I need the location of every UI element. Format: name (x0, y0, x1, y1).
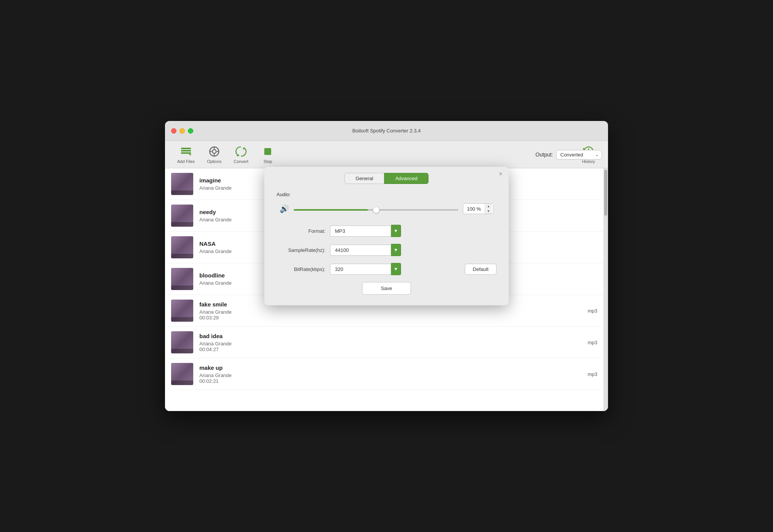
samplerate-select-wrapper: 44100 22050 48000 ▼ (330, 244, 401, 256)
song-title: bad idea (199, 333, 576, 339)
svg-rect-12 (264, 148, 271, 155)
output-select[interactable]: Converted (556, 150, 602, 160)
song-thumbnail (171, 236, 193, 258)
song-format: mp3 (582, 371, 597, 377)
samplerate-row: SampleRate(hz): 44100 22050 48000 ▼ (277, 244, 496, 256)
titlebar: Boilsoft Spotify Converter 2.3.4 (165, 121, 608, 141)
list-item[interactable]: make up Ariana Grande 00:02:21 mp3 (165, 358, 603, 390)
output-area: Output: Converted (535, 141, 602, 168)
dialog-tabs: General Advanced (264, 167, 509, 184)
add-files-button[interactable]: + Add Files (171, 142, 201, 167)
default-button[interactable]: Default (465, 264, 496, 275)
song-artist: Ariana Grande (199, 372, 576, 378)
volume-down-spinner[interactable]: ▼ (485, 209, 492, 214)
song-duration: 00:03:29 (199, 315, 576, 321)
song-thumbnail (171, 363, 193, 385)
svg-rect-0 (181, 148, 191, 149)
song-format: mp3 (582, 340, 597, 345)
song-title: make up (199, 364, 576, 371)
volume-spinners: ▲ ▼ (485, 204, 492, 214)
svg-marker-10 (243, 147, 246, 149)
song-artist: Ariana Grande (199, 309, 576, 315)
dialog-body: Audio: 🔊 100 % ▲ ▼ (264, 184, 509, 305)
convert-label: Convert (234, 159, 249, 164)
volume-value-wrapper: 100 % ▲ ▼ (463, 203, 493, 214)
add-files-icon: + (180, 145, 192, 158)
song-duration: 00:02:21 (199, 378, 576, 384)
song-info: bad idea Ariana Grande 00:04:27 (199, 333, 576, 352)
tab-general[interactable]: General (344, 173, 384, 184)
app-title: Boilsoft Spotify Converter 2.3.4 (352, 128, 420, 134)
scrollbar-thumb[interactable] (604, 170, 607, 216)
bitrate-select-wrapper: 320 256 192 128 64 ▼ (330, 263, 401, 275)
song-thumbnail (171, 331, 193, 353)
maximize-button[interactable] (188, 128, 193, 134)
bitrate-row: BitRate(kbps): 320 256 192 128 64 ▼ Defa… (277, 263, 496, 275)
close-button[interactable] (171, 128, 176, 134)
scrollbar[interactable] (603, 168, 608, 411)
volume-icon: 🔊 (280, 204, 289, 213)
stop-label: Stop (264, 159, 272, 164)
samplerate-select-arrow[interactable]: ▼ (391, 244, 401, 256)
bitrate-select-arrow[interactable]: ▼ (391, 263, 401, 275)
samplerate-select[interactable]: 44100 22050 48000 (330, 245, 391, 256)
song-thumbnail (171, 300, 193, 322)
volume-slider[interactable] (294, 209, 458, 211)
song-thumbnail (171, 205, 193, 227)
stop-button[interactable]: Stop (254, 142, 281, 167)
audio-section-label: Audio: (277, 192, 496, 197)
volume-value: 100 % (463, 205, 485, 213)
format-select-wrapper: MP3 AAC FLAC WAV OGG ▼ (330, 225, 401, 237)
song-thumbnail (171, 173, 193, 195)
bitrate-select[interactable]: 320 256 192 128 64 (330, 264, 391, 275)
svg-point-5 (212, 150, 216, 153)
minimize-button[interactable] (180, 128, 185, 134)
convert-button[interactable]: Convert (228, 142, 255, 167)
format-row: Format: MP3 AAC FLAC WAV OGG ▼ (277, 225, 496, 237)
toolbar: + Add Files Options (165, 141, 608, 168)
song-artist: Ariana Grande (199, 341, 576, 347)
tab-advanced[interactable]: Advanced (384, 173, 429, 184)
convert-icon (235, 145, 247, 158)
song-format: mp3 (582, 308, 597, 314)
list-item[interactable]: bad idea Ariana Grande 00:04:27 mp3 (165, 327, 603, 358)
app-window: Boilsoft Spotify Converter 2.3.4 + Add F… (165, 121, 608, 411)
output-select-wrapper: Converted (556, 150, 602, 160)
format-label: Format: (277, 228, 330, 234)
output-label: Output: (535, 152, 553, 158)
window-controls (171, 128, 193, 134)
bitrate-label: BitRate(kbps): (277, 266, 330, 272)
save-button[interactable]: Save (362, 282, 411, 295)
samplerate-label: SampleRate(hz): (277, 247, 330, 253)
format-select[interactable]: MP3 AAC FLAC WAV OGG (330, 226, 391, 237)
settings-dialog: × General Advanced Audio: 🔊 100 % (264, 167, 509, 305)
song-duration: 00:04:27 (199, 347, 576, 352)
volume-slider-wrapper (294, 205, 458, 212)
volume-up-spinner[interactable]: ▲ (485, 204, 492, 209)
options-button[interactable]: Options (201, 142, 228, 167)
options-icon (208, 145, 220, 158)
dialog-close-button[interactable]: × (497, 171, 504, 177)
song-info: make up Ariana Grande 00:02:21 (199, 364, 576, 384)
volume-row: 🔊 100 % ▲ ▼ (277, 203, 496, 214)
save-row: Save (277, 282, 496, 295)
stop-icon (262, 145, 274, 158)
svg-text:+: + (189, 152, 192, 157)
format-select-arrow[interactable]: ▼ (391, 225, 401, 237)
song-thumbnail (171, 268, 193, 290)
options-label: Options (207, 159, 222, 164)
add-files-label: Add Files (177, 159, 195, 164)
